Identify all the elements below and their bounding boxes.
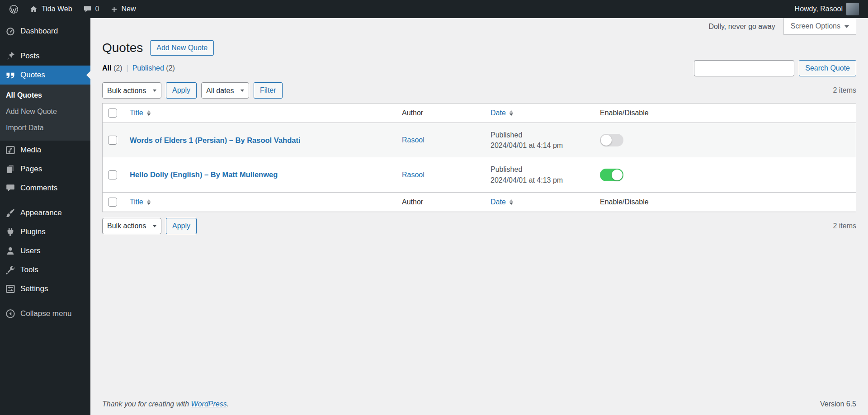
- sort-icon: [509, 110, 513, 116]
- menu-separator: [0, 198, 90, 203]
- screen-options-button[interactable]: Screen Options: [783, 18, 856, 35]
- row-checkbox[interactable]: [108, 136, 117, 145]
- status-filter-links: All (2) | Published (2): [102, 64, 175, 72]
- date-filter-select-wrap: All dates: [201, 82, 249, 99]
- sidebar-item-settings[interactable]: Settings: [0, 279, 90, 298]
- items-count: 2 items: [833, 222, 856, 230]
- sidebar-item-users[interactable]: Users: [0, 241, 90, 260]
- chevron-down-icon: [844, 25, 849, 28]
- search-input[interactable]: [694, 60, 794, 76]
- sidebar-item-label: Settings: [20, 284, 48, 293]
- plug-icon: [5, 227, 15, 237]
- table-row: Hello Dolly (English) – By Matt Mullenwe…: [103, 157, 856, 192]
- sidebar-item-label: Media: [20, 146, 41, 155]
- filter-all-link[interactable]: All (2): [102, 64, 122, 72]
- sidebar-item-label: Users: [20, 246, 40, 255]
- sidebar-item-quotes[interactable]: Quotes: [0, 66, 90, 85]
- sidebar-item-label: Quotes: [20, 71, 45, 80]
- sidebar-item-label: Tools: [20, 265, 38, 274]
- select-all-checkbox[interactable]: [108, 198, 117, 207]
- enable-column-header: Enable/Disable: [600, 198, 649, 206]
- filter-separator: |: [126, 64, 128, 72]
- sidebar-item-tools[interactable]: Tools: [0, 260, 90, 279]
- settings-sliders-icon: [5, 284, 15, 294]
- pushpin-icon: [5, 51, 15, 61]
- quotes-icon: [5, 70, 15, 80]
- sort-by-title-link[interactable]: Title: [130, 109, 151, 117]
- my-account-menu[interactable]: Howdy, Rasool: [789, 0, 864, 18]
- add-new-quote-button[interactable]: Add New Quote: [150, 40, 214, 56]
- sort-icon: [509, 199, 513, 205]
- sidebar-item-posts[interactable]: Posts: [0, 47, 90, 66]
- sidebar-item-comments[interactable]: Comments: [0, 179, 90, 198]
- sidebar-item-dashboard[interactable]: Dashboard: [0, 22, 90, 41]
- quotes-table: Title Author Date En: [102, 103, 856, 212]
- bulk-actions-select[interactable]: Bulk actions: [102, 82, 161, 99]
- submenu-item-add-new-quote[interactable]: Add New Quote: [0, 104, 90, 120]
- wordpress-admin: Tida Web 0 New Howdy, Rasool: [0, 0, 868, 415]
- collapse-menu-button[interactable]: Collapse menu: [0, 304, 90, 323]
- author-column-header: Author: [402, 198, 423, 206]
- sort-icon: [147, 110, 151, 116]
- site-name-link[interactable]: Tida Web: [24, 0, 78, 18]
- apply-button[interactable]: Apply: [166, 218, 197, 234]
- sidebar-item-appearance[interactable]: Appearance: [0, 203, 90, 222]
- sort-by-title-link[interactable]: Title: [130, 198, 151, 206]
- select-all-checkbox[interactable]: [108, 108, 117, 118]
- sidebar-item-label: Pages: [20, 165, 42, 174]
- new-label: New: [122, 5, 136, 13]
- author-link[interactable]: Rasool: [402, 171, 425, 179]
- quote-title-link[interactable]: Words of Elders 1 (Persian) – By Rasool …: [130, 136, 300, 144]
- comments-count: 0: [95, 5, 99, 13]
- date-column-header: Date: [491, 198, 506, 206]
- search-box: Search Quote: [694, 60, 856, 76]
- search-quote-button[interactable]: Search Quote: [799, 60, 856, 76]
- tablenav-top: Bulk actions Apply All dates Filter 2 it…: [90, 82, 868, 99]
- sidebar-item-label: Appearance: [20, 208, 62, 217]
- submenu-item-import-data[interactable]: Import Data: [0, 120, 90, 136]
- home-icon: [29, 5, 38, 14]
- filter-button[interactable]: Filter: [254, 82, 283, 99]
- sidebar-item-label: Dashboard: [20, 27, 58, 36]
- paintbrush-icon: [5, 208, 15, 218]
- sort-by-date-link[interactable]: Date: [491, 109, 513, 117]
- quote-title-link[interactable]: Hello Dolly (English) – By Matt Mullenwe…: [130, 170, 278, 179]
- tablenav-bottom-controls: Bulk actions Apply: [102, 218, 197, 234]
- enable-toggle[interactable]: [600, 134, 623, 146]
- enable-column-header: Enable/Disable: [600, 109, 649, 117]
- sidebar-item-pages[interactable]: Pages: [0, 160, 90, 179]
- submenu-item-all-quotes[interactable]: All Quotes: [0, 87, 90, 104]
- comment-bubble-icon: [83, 5, 92, 14]
- author-column-header: Author: [402, 109, 423, 117]
- apply-button[interactable]: Apply: [166, 82, 197, 99]
- comments-icon: [5, 183, 15, 193]
- sidebar-item-label: Comments: [20, 184, 57, 193]
- menu-separator: [0, 41, 90, 47]
- date-text: 2024/04/01 at 4:13 pm: [491, 175, 589, 185]
- new-content-menu[interactable]: New: [105, 0, 142, 18]
- row-checkbox[interactable]: [108, 170, 117, 179]
- filter-published-count: (2): [166, 64, 175, 72]
- dashboard-icon: [5, 26, 15, 36]
- sort-by-date-link[interactable]: Date: [491, 198, 513, 206]
- plus-icon: [110, 5, 118, 13]
- date-filter-select[interactable]: All dates: [201, 82, 249, 99]
- wordpress-link[interactable]: WordPress: [191, 400, 227, 408]
- quotes-submenu: All Quotes Add New Quote Import Data: [0, 85, 90, 141]
- bulk-actions-select[interactable]: Bulk actions: [102, 218, 161, 234]
- sidebar-item-media[interactable]: Media: [0, 141, 90, 160]
- filter-published-link[interactable]: Published (2): [132, 64, 175, 72]
- sidebar-item-plugins[interactable]: Plugins: [0, 222, 90, 241]
- wordpress-logo-menu[interactable]: [4, 0, 24, 18]
- list-filters-row: All (2) | Published (2) Search Quote: [90, 60, 868, 76]
- user-icon: [5, 246, 15, 256]
- items-count: 2 items: [833, 86, 856, 94]
- author-link[interactable]: Rasool: [402, 136, 425, 144]
- date-text: 2024/04/01 at 4:14 pm: [491, 140, 589, 151]
- enable-toggle[interactable]: [600, 169, 623, 181]
- site-name: Tida Web: [42, 5, 72, 13]
- comments-indicator[interactable]: 0: [78, 0, 105, 18]
- tablenav-top-controls: Bulk actions Apply All dates Filter: [102, 82, 283, 99]
- table-footer-row: Title Author Date En: [103, 192, 856, 212]
- collapse-menu-label: Collapse menu: [20, 309, 71, 318]
